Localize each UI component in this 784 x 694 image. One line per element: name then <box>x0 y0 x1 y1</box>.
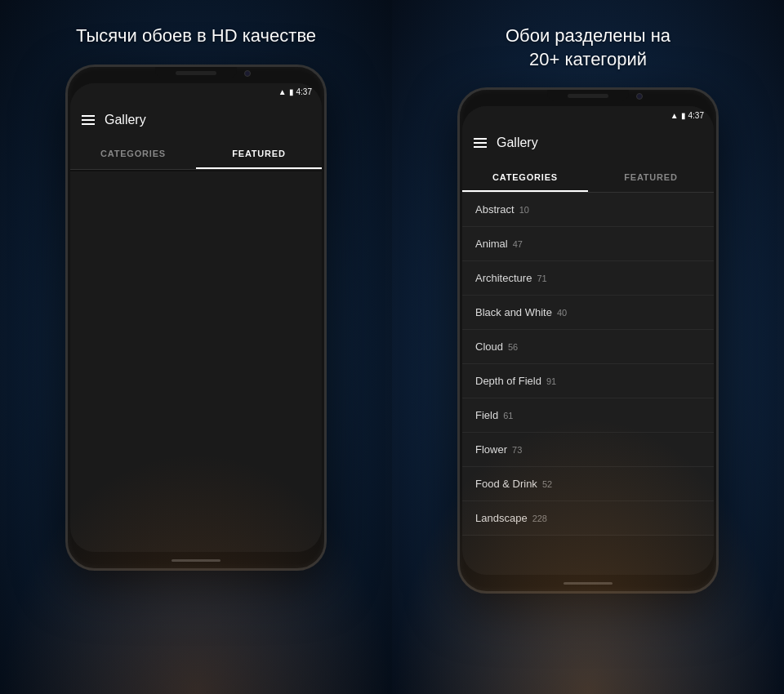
category-name: Landscape <box>475 512 528 524</box>
gallery-grid <box>70 170 322 171</box>
left-panel: Тысячи обоев в HD качестве ▲ ▮ 4:37 Gall… <box>0 0 392 694</box>
right-status-bar: ▲ ▮ 4:37 <box>462 106 714 124</box>
right-tab-categories[interactable]: CATEGORIES <box>462 162 588 192</box>
category-item[interactable]: Abstract10 <box>462 193 714 227</box>
left-phone-screen: ▲ ▮ 4:37 Gallery CATEGORIES FEATURED <box>70 83 322 552</box>
status-bar: ▲ ▮ 4:37 <box>70 83 322 101</box>
right-battery-icon: ▮ <box>681 111 686 120</box>
battery-icon: ▮ <box>289 87 294 96</box>
category-item[interactable]: Landscape228 <box>462 501 714 536</box>
category-count: 228 <box>532 514 547 523</box>
right-app-header: Gallery <box>462 124 714 162</box>
category-name: Field <box>475 409 498 421</box>
phone-bottom-bar <box>172 559 220 562</box>
phone-camera <box>244 70 251 77</box>
category-item[interactable]: Black and White40 <box>462 296 714 330</box>
right-time-display: 4:37 <box>688 111 704 120</box>
category-count: 47 <box>513 239 523 249</box>
category-name: Animal <box>475 238 508 250</box>
category-name: Cloud <box>475 340 503 353</box>
category-name: Architecture <box>475 272 532 284</box>
right-phone-camera <box>636 93 643 100</box>
category-count: 56 <box>508 342 518 352</box>
signal-icon: ▲ <box>278 87 287 96</box>
right-app-title: Gallery <box>497 136 538 150</box>
category-item[interactable]: Cloud56 <box>462 330 714 364</box>
category-count: 73 <box>512 445 522 455</box>
right-phone-bottom-bar <box>564 582 612 585</box>
right-phone-speaker <box>568 94 608 98</box>
category-count: 40 <box>557 308 567 318</box>
category-count: 10 <box>519 205 529 215</box>
category-name: Flower <box>475 443 507 456</box>
right-phone: ▲ ▮ 4:37 Gallery CATEGORIES FEATURED <box>457 87 719 594</box>
tab-categories[interactable]: CATEGORIES <box>70 139 196 169</box>
right-tabs-bar: CATEGORIES FEATURED <box>462 162 714 193</box>
time-display: 4:37 <box>296 87 312 96</box>
category-count: 91 <box>546 376 556 386</box>
category-count: 52 <box>542 479 552 489</box>
tabs-bar: CATEGORIES FEATURED <box>70 139 322 170</box>
phone-speaker <box>176 71 216 75</box>
category-item[interactable]: Flower73 <box>462 433 714 467</box>
category-item[interactable]: Field61 <box>462 398 714 433</box>
right-hamburger-icon[interactable] <box>474 138 487 148</box>
status-icons: ▲ ▮ 4:37 <box>278 87 312 96</box>
left-panel-title: Тысячи обоев в HD качестве <box>76 24 316 48</box>
category-name: Depth of Field <box>475 375 541 387</box>
right-panel-title: Обои разделены на 20+ категорий <box>506 24 670 71</box>
left-phone: ▲ ▮ 4:37 Gallery CATEGORIES FEATURED <box>65 65 327 571</box>
category-name: Abstract <box>475 203 514 216</box>
right-status-icons: ▲ ▮ 4:37 <box>670 111 704 120</box>
tab-featured[interactable]: FEATURED <box>196 139 322 169</box>
category-count: 71 <box>537 274 546 283</box>
category-item[interactable]: Food & Drink52 <box>462 467 714 501</box>
app-header: Gallery <box>70 101 322 139</box>
category-count: 61 <box>503 411 513 420</box>
category-item[interactable]: Animal47 <box>462 227 714 261</box>
right-signal-icon: ▲ <box>670 111 679 120</box>
right-tab-featured[interactable]: FEATURED <box>588 162 714 192</box>
right-panel: Обои разделены на 20+ категорий ▲ ▮ 4:37… <box>392 0 784 694</box>
right-phone-screen: ▲ ▮ 4:37 Gallery CATEGORIES FEATURED <box>462 106 714 575</box>
app-title: Gallery <box>105 113 146 127</box>
hamburger-icon[interactable] <box>82 115 95 125</box>
category-item[interactable]: Depth of Field91 <box>462 364 714 398</box>
categories-list: Abstract10Animal47Architecture71Black an… <box>462 193 714 536</box>
category-item[interactable]: Architecture71 <box>462 261 714 296</box>
category-name: Black and White <box>475 306 552 318</box>
category-name: Food & Drink <box>475 478 537 490</box>
